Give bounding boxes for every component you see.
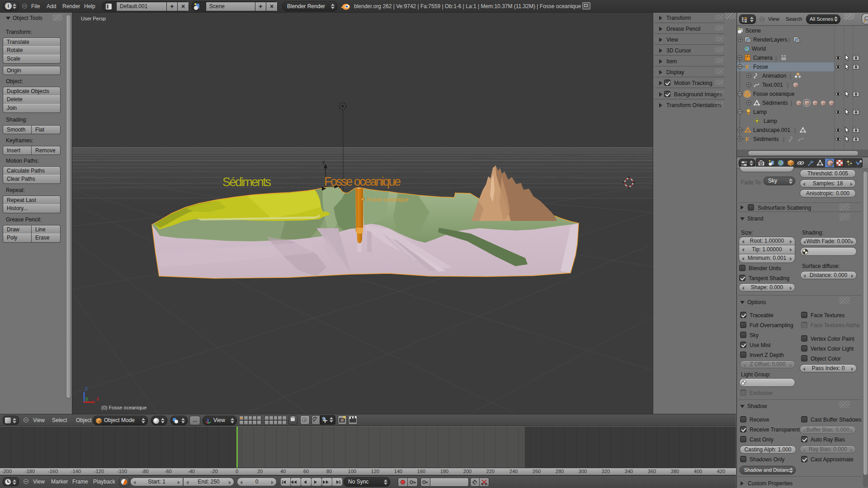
svg-text:y: y xyxy=(322,160,325,164)
svg-text:Sédiments: Sédiments xyxy=(222,175,271,189)
svg-text:x: x xyxy=(96,396,99,402)
svg-text:z: z xyxy=(85,385,88,392)
svg-text:Fosse oceanique: Fosse oceanique xyxy=(367,197,409,203)
svg-text:y: y xyxy=(85,395,88,402)
svg-text:Fosse oceanique: Fosse oceanique xyxy=(324,175,401,188)
